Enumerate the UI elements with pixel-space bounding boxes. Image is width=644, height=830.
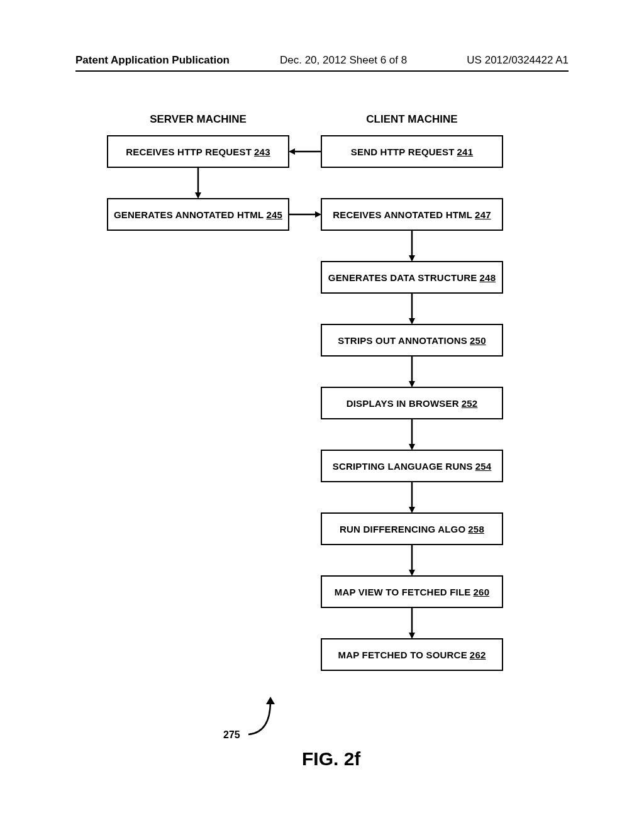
box-scripting-language-runs: SCRIPTING LANGUAGE RUNS 254 [321,450,503,482]
figure-caption: FIG. 2f [302,748,360,770]
box-number: 260 [474,587,490,597]
box-label: MAP FETCHED TO SOURCE [338,650,467,660]
publication-date-sheet: Dec. 20, 2012 Sheet 6 of 8 [280,54,407,67]
flowchart: SERVER MACHINE CLIENT MACHINE RECEIVES H… [0,113,644,780]
box-number: 262 [470,650,486,660]
box-number: 248 [480,272,496,283]
box-number: 254 [475,461,492,472]
reference-number-275: 275 [223,729,240,741]
box-label: RECEIVES ANNOTATED HTML [333,209,472,220]
page: Patent Application Publication Dec. 20, … [0,0,644,830]
publication-header: Patent Application Publication Dec. 20, … [75,54,569,67]
box-label: DISPLAYS IN BROWSER [347,398,459,409]
box-label: GENERATES DATA STRUCTURE [328,272,477,283]
box-strips-out-annotations: STRIPS OUT ANNOTATIONS 250 [321,324,503,357]
box-generates-data-structure: GENERATES DATA STRUCTURE 248 [321,261,503,294]
box-number: 247 [475,209,491,220]
box-number: 252 [462,398,478,409]
box-label: MAP VIEW TO FETCHED FILE [335,587,471,597]
box-number: 243 [254,147,270,157]
column-title-client: CLIENT MACHINE [349,113,475,126]
header-rule [75,70,569,72]
box-generates-annotated-html: GENERATES ANNOTATED HTML 245 [107,198,289,231]
box-receives-http-request: RECEIVES HTTP REQUEST 243 [107,135,289,168]
box-number: 250 [470,335,486,346]
publication-title: Patent Application Publication [75,54,230,67]
box-run-differencing-algo: RUN DIFFERENCING ALGO 258 [321,512,503,545]
box-map-fetched-to-source: MAP FETCHED TO SOURCE 262 [321,638,503,671]
box-number: 245 [266,209,282,220]
box-label: SCRIPTING LANGUAGE RUNS [333,461,473,472]
box-send-http-request: SEND HTTP REQUEST 241 [321,135,503,168]
box-number: 258 [468,524,484,534]
box-label: STRIPS OUT ANNOTATIONS [338,335,467,346]
box-map-view-to-fetched-file: MAP VIEW TO FETCHED FILE 260 [321,575,503,608]
publication-number: US 2012/0324422 A1 [467,54,569,67]
box-label: RECEIVES HTTP REQUEST [126,147,252,157]
box-label: RUN DIFFERENCING ALGO [340,524,465,534]
column-title-server: SERVER MACHINE [135,113,261,126]
box-number: 241 [457,147,474,157]
box-label: GENERATES ANNOTATED HTML [114,209,264,220]
box-receives-annotated-html: RECEIVES ANNOTATED HTML 247 [321,198,503,231]
box-displays-in-browser: DISPLAYS IN BROWSER 252 [321,387,503,419]
box-label: SEND HTTP REQUEST [351,147,455,157]
